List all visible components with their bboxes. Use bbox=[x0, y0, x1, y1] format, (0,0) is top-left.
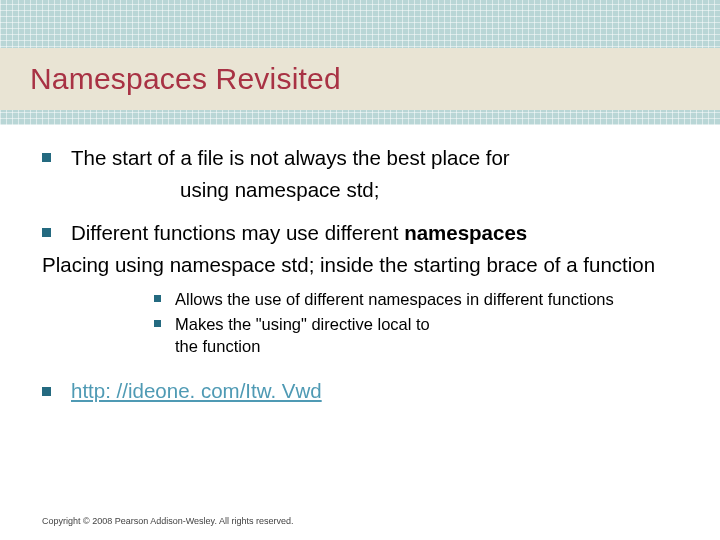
square-bullet-icon bbox=[42, 228, 51, 237]
sub-bullet-block: Allows the use of different namespaces i… bbox=[154, 289, 678, 357]
title-bar: Namespaces Revisited bbox=[0, 48, 720, 110]
link-bullet: http: //ideone. com/Itw. Vwd bbox=[42, 379, 678, 403]
sub-bullet-text: Allows the use of different namespaces i… bbox=[175, 289, 614, 310]
sub-bullet-2: Makes the "using" directive local to the… bbox=[154, 314, 678, 357]
square-bullet-icon bbox=[42, 387, 51, 396]
bullet-text: Different functions may use different na… bbox=[71, 220, 527, 247]
square-bullet-icon bbox=[154, 295, 161, 302]
page-title: Namespaces Revisited bbox=[30, 62, 341, 96]
code-line: using namespace std; bbox=[42, 178, 678, 202]
reference-link[interactable]: http: //ideone. com/Itw. Vwd bbox=[71, 379, 322, 403]
bullet-item-2: Different functions may use different na… bbox=[42, 220, 678, 247]
sub-bullet-text: Makes the "using" directive local to the… bbox=[175, 314, 430, 357]
sub-bullet-1: Allows the use of different namespaces i… bbox=[154, 289, 678, 310]
bullet-item-1: The start of a file is not always the be… bbox=[42, 145, 678, 172]
paragraph: Placing using namespace std; inside the … bbox=[42, 252, 678, 279]
square-bullet-icon bbox=[42, 153, 51, 162]
square-bullet-icon bbox=[154, 320, 161, 327]
copyright-footer: Copyright © 2008 Pearson Addison-Wesley.… bbox=[42, 516, 293, 526]
header-band: Namespaces Revisited bbox=[0, 0, 720, 125]
content-area: The start of a file is not always the be… bbox=[0, 125, 720, 403]
bullet-text: The start of a file is not always the be… bbox=[71, 145, 510, 172]
